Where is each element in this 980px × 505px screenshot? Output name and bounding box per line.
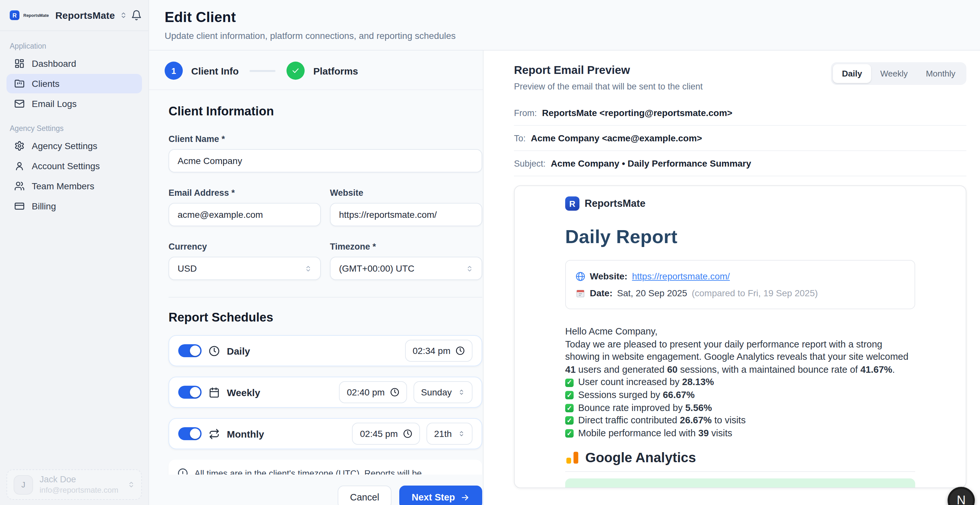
schedule-row-monthly: Monthly 02:45 pm 21th	[169, 418, 482, 449]
email-website-label: Website:	[590, 271, 627, 281]
step-2-label: Platforms	[313, 65, 358, 76]
email-date-label: Date:	[590, 288, 612, 298]
repeat-icon	[209, 428, 220, 439]
sidebar-item-dashboard[interactable]: Dashboard	[6, 54, 142, 73]
monthly-day-select[interactable]: 21th	[426, 423, 473, 445]
preview-subtitle: Preview of the email that will be sent t…	[514, 82, 703, 91]
step-1-badge[interactable]: 1	[165, 62, 183, 80]
client-information-heading: Client Information	[169, 104, 482, 119]
to-label: To:	[514, 133, 526, 143]
sidebar-item-team-members[interactable]: Team Members	[6, 176, 142, 196]
weekly-toggle[interactable]	[178, 386, 202, 399]
step-connector	[250, 70, 276, 72]
user-icon	[14, 161, 25, 171]
chevrons-up-down-icon	[120, 12, 127, 19]
email-preview-card: R ReportsMate Daily Report Website: http…	[514, 185, 966, 488]
workspace-switcher[interactable]: R ReportsMate ReportsMate	[0, 0, 148, 31]
google-analytics-icon	[565, 451, 579, 465]
sidebar-item-billing[interactable]: Billing	[6, 196, 142, 216]
edit-client-form-panel: 1 Client Info Platforms Client Informati…	[149, 51, 484, 505]
sidebar-item-account-settings[interactable]: Account Settings	[6, 156, 142, 176]
clock-icon	[390, 388, 399, 397]
email-intro: Today we are pleased to present your dai…	[565, 338, 915, 376]
sidebar-item-email-logs[interactable]: Email Logs	[6, 94, 142, 113]
currency-select[interactable]: USD	[169, 257, 321, 280]
chevrons-up-down-icon	[128, 481, 135, 488]
clock-icon	[456, 346, 465, 355]
ga-summary-box: Google Analytics recorded 41 users in th…	[565, 479, 915, 488]
daily-toggle[interactable]	[178, 344, 202, 357]
email-website-link[interactable]: https://reportsmate.com/	[632, 271, 730, 281]
google-analytics-heading: Google Analytics	[585, 450, 696, 466]
info-icon	[178, 468, 188, 475]
daily-time-input[interactable]: 02:34 pm	[405, 340, 473, 362]
tab-weekly[interactable]: Weekly	[871, 64, 917, 83]
check-icon: ✓	[565, 429, 574, 438]
mail-icon	[14, 99, 25, 109]
monthly-toggle[interactable]	[178, 427, 202, 440]
sidebar-item-agency-settings[interactable]: Agency Settings	[6, 136, 142, 156]
email-address-input[interactable]: acme@example.com	[169, 203, 321, 226]
tab-monthly[interactable]: Monthly	[917, 64, 964, 83]
email-highlight: ✓ Bounce rate improved by 5.56%	[565, 401, 915, 414]
email-address-label: Email Address *	[169, 188, 321, 198]
check-icon: ✓	[565, 416, 574, 425]
users-icon	[14, 181, 25, 191]
clock-icon	[209, 345, 220, 356]
page-title: Edit Client	[165, 9, 964, 26]
email-heading: Daily Report	[565, 226, 915, 248]
step-2-badge[interactable]	[287, 62, 305, 80]
email-date-compare: (compared to Fri, 19 Sep 2025)	[692, 288, 818, 298]
form-footer: Cancel Next Step	[149, 475, 483, 505]
weekly-day-select[interactable]: Sunday	[413, 381, 473, 403]
chevrons-up-down-icon	[305, 265, 312, 272]
sidebar-section-agency-settings: Agency Settings	[10, 124, 148, 132]
tab-daily[interactable]: Daily	[833, 64, 871, 83]
section-divider	[169, 297, 482, 298]
sidebar-section-application: Application	[10, 42, 148, 50]
email-greeting: Hello Acme Company,	[565, 325, 915, 338]
step-1-label: Client Info	[191, 65, 239, 76]
client-name-input[interactable]: Acme Company	[169, 149, 482, 172]
check-icon: ✓	[565, 378, 574, 387]
preview-period-tabs: Daily Weekly Monthly	[831, 62, 966, 85]
chevrons-up-down-icon	[466, 265, 473, 272]
next-step-button[interactable]: Next Step	[399, 486, 482, 505]
website-input[interactable]: https://reportsmate.com/	[330, 203, 482, 226]
to-row: To: Acme Company <acme@example.com>	[514, 126, 966, 151]
credit-card-icon	[14, 201, 25, 211]
page-subtitle: Update client information, platform conn…	[165, 30, 964, 41]
user-name: Jack Doe	[40, 475, 118, 484]
form-scroll-area[interactable]: Client Information Client Name * Acme Co…	[149, 90, 483, 475]
timezone-select[interactable]: (GMT+00:00) UTC	[330, 257, 482, 280]
check-icon: ✓	[565, 391, 574, 400]
page-header: Edit Client Update client information, p…	[149, 0, 980, 51]
notifications-bell-icon[interactable]	[131, 10, 142, 21]
email-highlight: ✓ Sessions surged by 66.67%	[565, 389, 915, 401]
clock-icon	[403, 429, 412, 438]
weekly-time-input[interactable]: 02:40 pm	[339, 381, 407, 403]
reportsmate-logo-wordmark: ReportsMate	[23, 13, 49, 18]
monthly-time-input[interactable]: 02:45 pm	[352, 423, 420, 445]
schedule-row-daily: Daily 02:34 pm	[169, 335, 482, 366]
reportsmate-logo-icon: R	[565, 196, 579, 211]
folder-icon	[14, 78, 25, 89]
from-value: ReportsMate <reporting@reportsmate.com>	[542, 108, 732, 118]
schedule-row-weekly: Weekly 02:40 pm Sunday	[169, 377, 482, 408]
report-email-preview-panel: Report Email Preview Preview of the emai…	[484, 51, 980, 505]
website-label: Website	[330, 188, 482, 198]
sidebar-item-clients[interactable]: Clients	[6, 74, 142, 93]
cancel-button[interactable]: Cancel	[338, 486, 391, 505]
gear-icon	[14, 141, 25, 151]
check-icon: ✓	[565, 404, 574, 412]
timezone-note: All times are in the client's timezone (…	[169, 460, 482, 475]
from-label: From:	[514, 108, 537, 118]
user-menu[interactable]: J Jack Doe info@reportsmate.com	[6, 469, 142, 500]
timezone-label: Timezone *	[330, 242, 482, 252]
arrow-right-icon	[460, 492, 470, 502]
to-value: Acme Company <acme@example.com>	[531, 133, 702, 143]
chevrons-up-down-icon	[458, 389, 465, 395]
email-highlight: ✓ Mobile performance led with 39 visits	[565, 427, 915, 440]
calendar-emoji-icon	[576, 288, 585, 298]
user-email: info@reportsmate.com	[40, 486, 118, 495]
